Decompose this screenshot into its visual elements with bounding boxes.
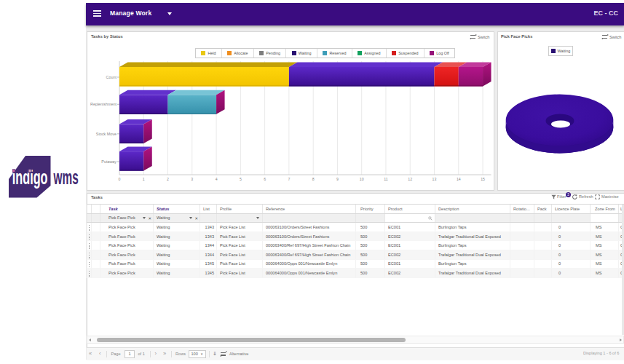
svg-text:indigo: indigo [12,165,48,189]
svg-text:3: 3 [191,177,193,181]
svg-text:12: 12 [408,177,412,181]
svg-text:5: 5 [240,177,242,181]
svg-text:10: 10 [360,177,364,181]
svg-text:8: 8 [312,177,315,181]
svg-text:1: 1 [143,177,145,181]
svg-text:15: 15 [481,177,485,181]
svg-text:wms: wms [53,166,79,189]
svg-text:Putaway: Putaway [101,159,116,164]
svg-text:14: 14 [457,177,461,181]
svg-text:Stock Move: Stock Move [96,132,116,136]
svg-text:13: 13 [433,177,437,181]
svg-text:4: 4 [216,177,218,181]
svg-text:Replenishment: Replenishment [90,102,116,106]
svg-text:7: 7 [288,177,290,181]
svg-text:6: 6 [264,177,266,181]
svg-text:9: 9 [336,177,339,181]
svg-text:11: 11 [384,177,387,181]
svg-text:Count: Count [106,75,117,79]
svg-text:0: 0 [119,177,121,181]
svg-text:2: 2 [167,177,169,181]
